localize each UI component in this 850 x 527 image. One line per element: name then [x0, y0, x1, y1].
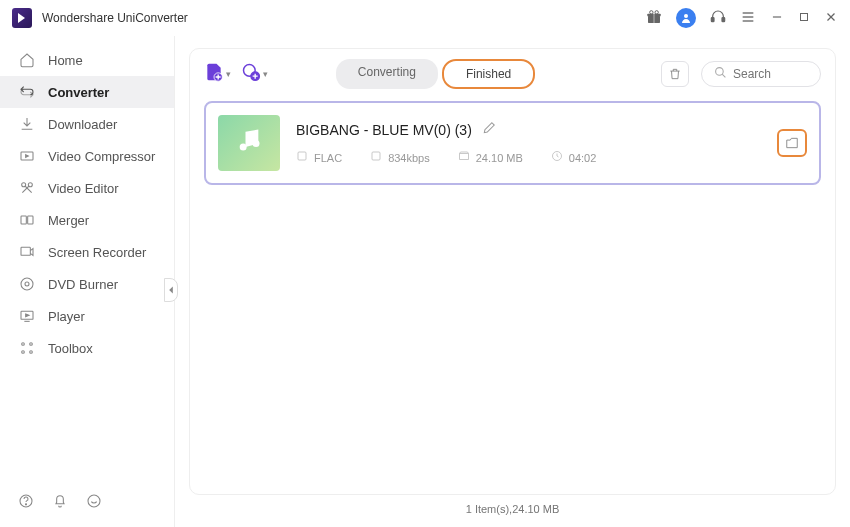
- bell-icon[interactable]: [52, 493, 68, 513]
- sidebar-item-video-compressor[interactable]: Video Compressor: [0, 140, 174, 172]
- sidebar-item-label: Converter: [48, 85, 109, 100]
- sidebar-item-screen-recorder[interactable]: Screen Recorder: [0, 236, 174, 268]
- add-url-button[interactable]: ▾: [241, 62, 268, 87]
- svg-rect-40: [372, 152, 380, 160]
- chevron-down-icon: ▾: [263, 69, 268, 79]
- titlebar-left: Wondershare UniConverter: [12, 8, 188, 28]
- search-input[interactable]: [733, 67, 813, 81]
- sidebar-item-label: Merger: [48, 213, 89, 228]
- sidebar-item-label: Player: [48, 309, 85, 324]
- editor-icon: [18, 180, 36, 196]
- sidebar: Home Converter Downloader Video Compress…: [0, 36, 175, 527]
- music-note-icon: [235, 126, 263, 161]
- sidebar-item-converter[interactable]: Converter: [0, 76, 174, 108]
- sidebar-item-home[interactable]: Home: [0, 44, 174, 76]
- maximize-button[interactable]: [798, 10, 810, 26]
- content-panel: ▾ ▾ Converting Finished: [189, 48, 836, 495]
- tab-finished[interactable]: Finished: [442, 59, 535, 89]
- file-item[interactable]: BIGBANG - BLUE MV(0) (3) FLAC 834kbps 24…: [204, 101, 821, 185]
- sidebar-item-player[interactable]: Player: [0, 300, 174, 332]
- svg-rect-12: [801, 14, 808, 21]
- sidebar-item-label: Downloader: [48, 117, 117, 132]
- user-avatar-icon[interactable]: [676, 8, 696, 28]
- main-layout: Home Converter Downloader Video Compress…: [0, 36, 850, 527]
- file-thumbnail: [218, 115, 280, 171]
- delete-button[interactable]: [661, 61, 689, 87]
- svg-point-27: [22, 351, 25, 354]
- svg-rect-7: [722, 17, 725, 21]
- status-bar: 1 Item(s),24.10 MB: [189, 495, 836, 519]
- svg-point-30: [25, 504, 26, 505]
- svg-point-5: [684, 14, 688, 18]
- svg-point-35: [716, 68, 724, 76]
- size-icon: [458, 150, 470, 165]
- home-icon: [18, 52, 36, 68]
- recorder-icon: [18, 244, 36, 260]
- close-button[interactable]: [824, 10, 838, 27]
- svg-point-28: [30, 351, 33, 354]
- sidebar-item-label: Video Compressor: [48, 149, 155, 164]
- clock-icon: [551, 150, 563, 165]
- add-file-icon: [204, 62, 224, 87]
- sidebar-item-dvd-burner[interactable]: DVD Burner: [0, 268, 174, 300]
- svg-rect-39: [298, 152, 306, 160]
- trash-icon: [668, 67, 682, 81]
- svg-rect-20: [21, 247, 30, 255]
- dvd-icon: [18, 276, 36, 292]
- edit-icon[interactable]: [482, 121, 496, 138]
- support-icon[interactable]: [710, 9, 726, 28]
- bitrate-icon: [370, 150, 382, 165]
- svg-point-21: [21, 278, 33, 290]
- app-title: Wondershare UniConverter: [42, 11, 188, 25]
- format-icon: [296, 150, 308, 165]
- downloader-icon: [18, 116, 36, 132]
- sidebar-item-label: Video Editor: [48, 181, 119, 196]
- compressor-icon: [18, 148, 36, 164]
- tab-converting[interactable]: Converting: [336, 59, 438, 89]
- collapse-sidebar-button[interactable]: [164, 278, 178, 302]
- menu-icon[interactable]: [740, 9, 756, 28]
- file-size: 24.10 MB: [458, 150, 523, 165]
- feedback-icon[interactable]: [86, 493, 102, 513]
- file-title-row: BIGBANG - BLUE MV(0) (3): [296, 121, 761, 138]
- svg-point-22: [25, 282, 29, 286]
- svg-rect-19: [28, 216, 33, 224]
- player-icon: [18, 308, 36, 324]
- svg-point-38: [253, 140, 260, 147]
- file-info: BIGBANG - BLUE MV(0) (3) FLAC 834kbps 24…: [296, 121, 761, 165]
- search-icon: [714, 66, 727, 82]
- add-circle-icon: [241, 62, 261, 87]
- toolbox-icon: [18, 340, 36, 356]
- toolbar: ▾ ▾ Converting Finished: [204, 59, 821, 97]
- file-format: FLAC: [296, 150, 342, 165]
- add-file-button[interactable]: ▾: [204, 62, 231, 87]
- sidebar-item-label: Toolbox: [48, 341, 93, 356]
- sidebar-item-label: Home: [48, 53, 83, 68]
- minimize-button[interactable]: [770, 10, 784, 27]
- svg-point-3: [650, 10, 653, 13]
- help-icon[interactable]: [18, 493, 34, 513]
- sidebar-item-merger[interactable]: Merger: [0, 204, 174, 236]
- sidebar-item-downloader[interactable]: Downloader: [0, 108, 174, 140]
- sidebar-item-video-editor[interactable]: Video Editor: [0, 172, 174, 204]
- bottom-icon-bar: [0, 479, 174, 527]
- titlebar: Wondershare UniConverter: [0, 0, 850, 36]
- converter-icon: [18, 84, 36, 100]
- svg-point-26: [30, 343, 33, 346]
- merger-icon: [18, 212, 36, 228]
- tab-segment: Converting Finished: [336, 59, 535, 89]
- gift-icon[interactable]: [646, 9, 662, 28]
- svg-point-4: [655, 10, 658, 13]
- open-folder-button[interactable]: [777, 129, 807, 157]
- file-bitrate: 834kbps: [370, 150, 430, 165]
- svg-rect-6: [711, 17, 714, 21]
- toolbar-right: [661, 61, 821, 87]
- nav-list: Home Converter Downloader Video Compress…: [0, 36, 174, 479]
- sidebar-item-label: DVD Burner: [48, 277, 118, 292]
- titlebar-right: [646, 8, 838, 28]
- svg-rect-2: [653, 13, 654, 22]
- svg-line-36: [722, 74, 725, 77]
- sidebar-item-toolbox[interactable]: Toolbox: [0, 332, 174, 364]
- file-duration: 04:02: [551, 150, 597, 165]
- search-box[interactable]: [701, 61, 821, 87]
